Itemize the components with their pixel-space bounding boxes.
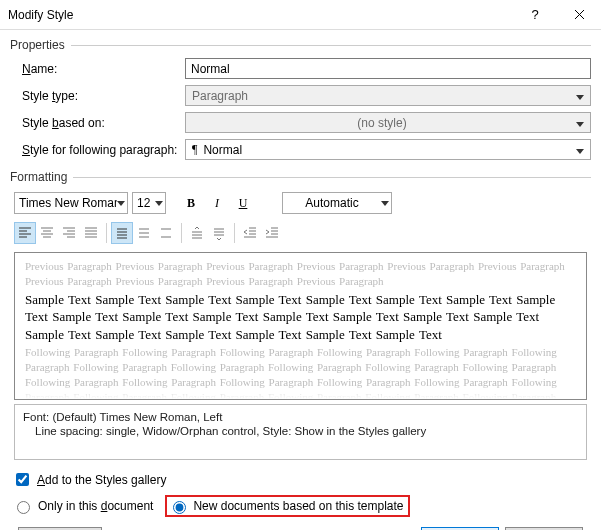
help-button[interactable]: ? — [513, 0, 557, 30]
font-name-value: Times New Roman — [19, 196, 117, 210]
name-input[interactable] — [185, 58, 591, 79]
spacing-single-button[interactable] — [111, 222, 133, 244]
based-on-select[interactable]: (no style) — [185, 112, 591, 133]
based-on-value: (no style) — [192, 116, 572, 130]
following-select[interactable]: ¶ Normal — [185, 139, 591, 160]
style-type-label: Style type: — [10, 89, 185, 103]
based-on-label: Style based on: — [10, 116, 185, 130]
font-size-select[interactable]: 12 — [132, 192, 166, 214]
chevron-down-icon — [155, 201, 163, 206]
formatting-group: Formatting Times New Roman 12 B I U Auto… — [10, 170, 591, 460]
align-center-button[interactable] — [36, 222, 58, 244]
style-type-value: Paragraph — [192, 89, 248, 103]
new-documents-label: New documents based on this template — [193, 499, 403, 513]
align-justify-button[interactable] — [80, 222, 102, 244]
only-in-document-radio[interactable]: Only in this document — [12, 498, 153, 514]
paragraph-icon: ¶ — [192, 142, 197, 157]
name-label: Name: — [10, 62, 185, 76]
window-title: Modify Style — [8, 8, 513, 22]
align-right-button[interactable] — [58, 222, 80, 244]
close-button[interactable] — [557, 0, 601, 30]
new-documents-input[interactable] — [173, 501, 186, 514]
divider — [73, 177, 591, 178]
separator — [181, 223, 182, 243]
new-documents-radio[interactable]: New documents based on this template — [168, 498, 403, 514]
options-area: Add to the Styles gallery Only in this d… — [10, 470, 591, 517]
add-to-gallery-input[interactable] — [16, 473, 29, 486]
formatting-label: Formatting — [10, 170, 67, 184]
font-size-value: 12 — [137, 196, 150, 210]
align-left-button[interactable] — [14, 222, 36, 244]
chevron-down-icon — [381, 201, 389, 206]
preview-sample: Sample Text Sample Text Sample Text Samp… — [25, 291, 576, 344]
add-to-gallery-checkbox[interactable]: Add to the Styles gallery — [12, 470, 166, 489]
following-label: Style for following paragraph: — [10, 143, 185, 157]
bold-button[interactable]: B — [180, 192, 202, 214]
following-value: Normal — [203, 143, 242, 157]
properties-label: Properties — [10, 38, 65, 52]
preview-panel: Previous Paragraph Previous Paragraph Pr… — [14, 252, 587, 400]
divider — [71, 45, 591, 46]
spacing-onehalf-button[interactable] — [133, 222, 155, 244]
description-line1: Font: (Default) Times New Roman, Left — [23, 411, 578, 423]
indent-increase-button[interactable] — [261, 222, 283, 244]
indent-decrease-button[interactable] — [239, 222, 261, 244]
style-type-select[interactable]: Paragraph — [185, 85, 591, 106]
space-before-inc-button[interactable] — [186, 222, 208, 244]
font-color-value: Automatic — [289, 196, 375, 210]
font-color-select[interactable]: Automatic — [282, 192, 392, 214]
space-before-dec-button[interactable] — [208, 222, 230, 244]
font-name-select[interactable]: Times New Roman — [14, 192, 128, 214]
italic-button[interactable]: I — [206, 192, 228, 214]
title-bar: Modify Style ? — [0, 0, 601, 30]
highlight-box: New documents based on this template — [165, 495, 409, 517]
close-icon — [574, 9, 585, 20]
separator — [106, 223, 107, 243]
properties-group: Properties Name: Style type: Paragraph S… — [10, 38, 591, 160]
description-box: Font: (Default) Times New Roman, Left Li… — [14, 404, 587, 460]
chevron-down-icon — [117, 201, 125, 206]
description-line2: Line spacing: single, Widow/Orphan contr… — [23, 425, 578, 437]
chevron-down-icon — [572, 89, 588, 103]
separator — [234, 223, 235, 243]
underline-button[interactable]: U — [232, 192, 254, 214]
chevron-down-icon — [572, 143, 588, 157]
spacing-double-button[interactable] — [155, 222, 177, 244]
preview-previous: Previous Paragraph Previous Paragraph Pr… — [25, 259, 576, 289]
only-in-document-input[interactable] — [17, 501, 30, 514]
chevron-down-icon — [572, 116, 588, 130]
